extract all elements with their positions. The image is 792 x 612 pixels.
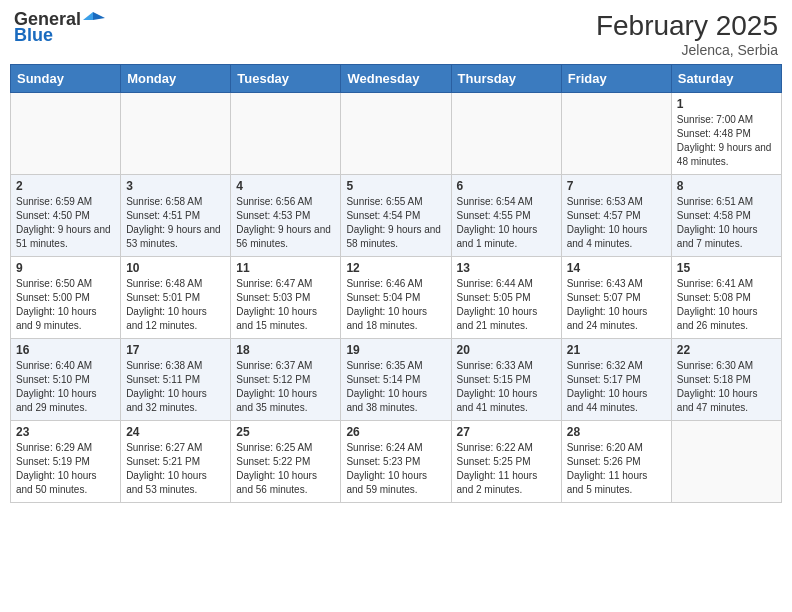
day-number: 25 [236, 425, 335, 439]
calendar-cell [671, 421, 781, 503]
calendar-cell: 15Sunrise: 6:41 AM Sunset: 5:08 PM Dayli… [671, 257, 781, 339]
day-number: 8 [677, 179, 776, 193]
day-number: 10 [126, 261, 225, 275]
day-info: Sunrise: 6:38 AM Sunset: 5:11 PM Dayligh… [126, 359, 225, 415]
day-number: 19 [346, 343, 445, 357]
day-number: 5 [346, 179, 445, 193]
day-number: 26 [346, 425, 445, 439]
day-info: Sunrise: 7:00 AM Sunset: 4:48 PM Dayligh… [677, 113, 776, 169]
weekday-header-saturday: Saturday [671, 65, 781, 93]
day-info: Sunrise: 6:29 AM Sunset: 5:19 PM Dayligh… [16, 441, 115, 497]
day-info: Sunrise: 6:32 AM Sunset: 5:17 PM Dayligh… [567, 359, 666, 415]
day-info: Sunrise: 6:33 AM Sunset: 5:15 PM Dayligh… [457, 359, 556, 415]
calendar-cell: 2Sunrise: 6:59 AM Sunset: 4:50 PM Daylig… [11, 175, 121, 257]
calendar-cell: 13Sunrise: 6:44 AM Sunset: 5:05 PM Dayli… [451, 257, 561, 339]
day-info: Sunrise: 6:55 AM Sunset: 4:54 PM Dayligh… [346, 195, 445, 251]
calendar-cell [451, 93, 561, 175]
day-info: Sunrise: 6:35 AM Sunset: 5:14 PM Dayligh… [346, 359, 445, 415]
day-info: Sunrise: 6:59 AM Sunset: 4:50 PM Dayligh… [16, 195, 115, 251]
calendar-cell: 18Sunrise: 6:37 AM Sunset: 5:12 PM Dayli… [231, 339, 341, 421]
day-number: 17 [126, 343, 225, 357]
calendar-cell: 5Sunrise: 6:55 AM Sunset: 4:54 PM Daylig… [341, 175, 451, 257]
calendar-cell: 21Sunrise: 6:32 AM Sunset: 5:17 PM Dayli… [561, 339, 671, 421]
day-number: 27 [457, 425, 556, 439]
weekday-header-sunday: Sunday [11, 65, 121, 93]
calendar-cell: 3Sunrise: 6:58 AM Sunset: 4:51 PM Daylig… [121, 175, 231, 257]
weekday-header-wednesday: Wednesday [341, 65, 451, 93]
calendar-cell: 14Sunrise: 6:43 AM Sunset: 5:07 PM Dayli… [561, 257, 671, 339]
day-number: 24 [126, 425, 225, 439]
day-info: Sunrise: 6:50 AM Sunset: 5:00 PM Dayligh… [16, 277, 115, 333]
day-number: 12 [346, 261, 445, 275]
calendar-cell: 24Sunrise: 6:27 AM Sunset: 5:21 PM Dayli… [121, 421, 231, 503]
logo-blue-text: Blue [14, 26, 105, 46]
day-number: 6 [457, 179, 556, 193]
day-info: Sunrise: 6:54 AM Sunset: 4:55 PM Dayligh… [457, 195, 556, 251]
calendar-cell [11, 93, 121, 175]
calendar-cell: 1Sunrise: 7:00 AM Sunset: 4:48 PM Daylig… [671, 93, 781, 175]
day-info: Sunrise: 6:47 AM Sunset: 5:03 PM Dayligh… [236, 277, 335, 333]
day-info: Sunrise: 6:30 AM Sunset: 5:18 PM Dayligh… [677, 359, 776, 415]
day-info: Sunrise: 6:51 AM Sunset: 4:58 PM Dayligh… [677, 195, 776, 251]
day-number: 16 [16, 343, 115, 357]
day-number: 4 [236, 179, 335, 193]
day-info: Sunrise: 6:46 AM Sunset: 5:04 PM Dayligh… [346, 277, 445, 333]
calendar-week-row: 2Sunrise: 6:59 AM Sunset: 4:50 PM Daylig… [11, 175, 782, 257]
day-info: Sunrise: 6:40 AM Sunset: 5:10 PM Dayligh… [16, 359, 115, 415]
calendar-cell: 12Sunrise: 6:46 AM Sunset: 5:04 PM Dayli… [341, 257, 451, 339]
weekday-header-row: SundayMondayTuesdayWednesdayThursdayFrid… [11, 65, 782, 93]
calendar-cell: 28Sunrise: 6:20 AM Sunset: 5:26 PM Dayli… [561, 421, 671, 503]
calendar-week-row: 16Sunrise: 6:40 AM Sunset: 5:10 PM Dayli… [11, 339, 782, 421]
title-block: February 2025 Jelenca, Serbia [596, 10, 778, 58]
day-number: 22 [677, 343, 776, 357]
day-number: 20 [457, 343, 556, 357]
calendar-table: SundayMondayTuesdayWednesdayThursdayFrid… [10, 64, 782, 503]
weekday-header-friday: Friday [561, 65, 671, 93]
logo: General Blue [14, 10, 105, 46]
day-info: Sunrise: 6:25 AM Sunset: 5:22 PM Dayligh… [236, 441, 335, 497]
month-year-title: February 2025 [596, 10, 778, 42]
weekday-header-monday: Monday [121, 65, 231, 93]
calendar-cell [341, 93, 451, 175]
calendar-week-row: 9Sunrise: 6:50 AM Sunset: 5:00 PM Daylig… [11, 257, 782, 339]
day-number: 18 [236, 343, 335, 357]
day-number: 7 [567, 179, 666, 193]
day-info: Sunrise: 6:24 AM Sunset: 5:23 PM Dayligh… [346, 441, 445, 497]
calendar-cell: 23Sunrise: 6:29 AM Sunset: 5:19 PM Dayli… [11, 421, 121, 503]
day-info: Sunrise: 6:53 AM Sunset: 4:57 PM Dayligh… [567, 195, 666, 251]
calendar-cell: 20Sunrise: 6:33 AM Sunset: 5:15 PM Dayli… [451, 339, 561, 421]
calendar-cell: 16Sunrise: 6:40 AM Sunset: 5:10 PM Dayli… [11, 339, 121, 421]
calendar-cell: 19Sunrise: 6:35 AM Sunset: 5:14 PM Dayli… [341, 339, 451, 421]
day-info: Sunrise: 6:58 AM Sunset: 4:51 PM Dayligh… [126, 195, 225, 251]
svg-marker-0 [93, 12, 105, 20]
day-number: 11 [236, 261, 335, 275]
calendar-week-row: 23Sunrise: 6:29 AM Sunset: 5:19 PM Dayli… [11, 421, 782, 503]
day-info: Sunrise: 6:56 AM Sunset: 4:53 PM Dayligh… [236, 195, 335, 251]
calendar-cell: 27Sunrise: 6:22 AM Sunset: 5:25 PM Dayli… [451, 421, 561, 503]
day-info: Sunrise: 6:20 AM Sunset: 5:26 PM Dayligh… [567, 441, 666, 497]
calendar-cell [231, 93, 341, 175]
day-number: 13 [457, 261, 556, 275]
calendar-cell: 17Sunrise: 6:38 AM Sunset: 5:11 PM Dayli… [121, 339, 231, 421]
calendar-cell [561, 93, 671, 175]
day-info: Sunrise: 6:41 AM Sunset: 5:08 PM Dayligh… [677, 277, 776, 333]
weekday-header-tuesday: Tuesday [231, 65, 341, 93]
day-number: 1 [677, 97, 776, 111]
day-info: Sunrise: 6:48 AM Sunset: 5:01 PM Dayligh… [126, 277, 225, 333]
calendar-cell: 26Sunrise: 6:24 AM Sunset: 5:23 PM Dayli… [341, 421, 451, 503]
calendar-week-row: 1Sunrise: 7:00 AM Sunset: 4:48 PM Daylig… [11, 93, 782, 175]
calendar-cell: 9Sunrise: 6:50 AM Sunset: 5:00 PM Daylig… [11, 257, 121, 339]
calendar-cell: 10Sunrise: 6:48 AM Sunset: 5:01 PM Dayli… [121, 257, 231, 339]
calendar-cell: 11Sunrise: 6:47 AM Sunset: 5:03 PM Dayli… [231, 257, 341, 339]
day-info: Sunrise: 6:43 AM Sunset: 5:07 PM Dayligh… [567, 277, 666, 333]
day-info: Sunrise: 6:27 AM Sunset: 5:21 PM Dayligh… [126, 441, 225, 497]
calendar-cell: 25Sunrise: 6:25 AM Sunset: 5:22 PM Dayli… [231, 421, 341, 503]
svg-marker-1 [83, 12, 93, 20]
day-number: 28 [567, 425, 666, 439]
day-number: 9 [16, 261, 115, 275]
day-number: 15 [677, 261, 776, 275]
location-subtitle: Jelenca, Serbia [596, 42, 778, 58]
calendar-cell: 6Sunrise: 6:54 AM Sunset: 4:55 PM Daylig… [451, 175, 561, 257]
day-number: 2 [16, 179, 115, 193]
calendar-cell: 7Sunrise: 6:53 AM Sunset: 4:57 PM Daylig… [561, 175, 671, 257]
